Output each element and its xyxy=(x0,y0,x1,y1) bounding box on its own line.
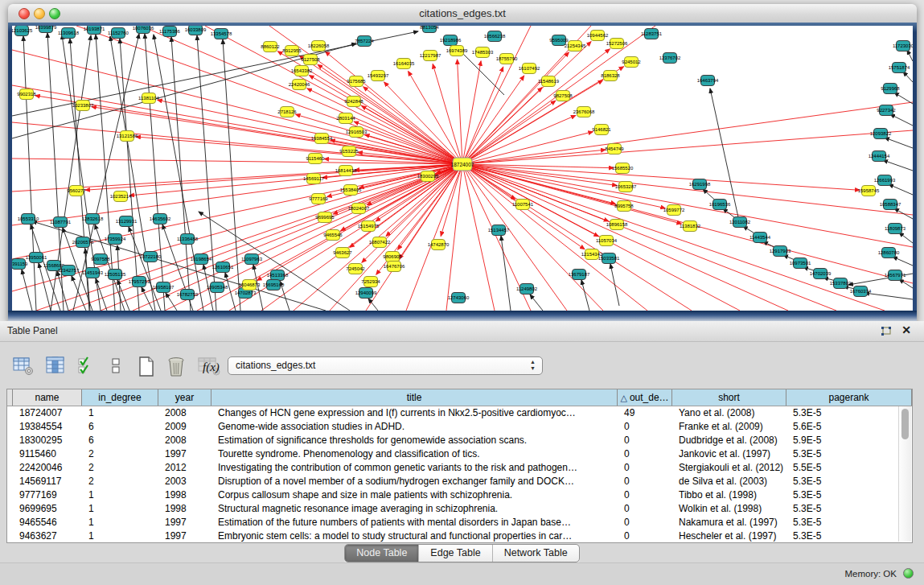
node-label: 11443544 xyxy=(749,235,771,240)
table-row[interactable]: 946362711997Embryonic stem cells: a mode… xyxy=(7,529,912,543)
node-label: 10588347 xyxy=(880,202,901,207)
table-panel: Table Panel ✕ xyxy=(0,321,924,585)
node-table: namein_degreeyeartitle△out_de…shortpager… xyxy=(6,389,913,543)
table-cell: 2008 xyxy=(158,406,211,420)
table-cell: 9777169 xyxy=(13,488,82,502)
select-columns-icon[interactable] xyxy=(77,356,100,379)
node-label: 9227342 xyxy=(877,108,896,113)
node-label: 15958745 xyxy=(858,188,880,193)
table-cell: 0 xyxy=(618,434,672,447)
row-gutter-cell xyxy=(7,475,13,488)
node-label: 19384554 xyxy=(311,136,333,141)
table-row[interactable]: 911546021997Tourette syndrome. Phenomeno… xyxy=(7,447,912,461)
table-cell: 9115460 xyxy=(13,447,82,461)
column-header-title[interactable]: title xyxy=(211,389,618,406)
table-selector-dropdown[interactable]: citations_edges.txt ▲▼ xyxy=(228,356,543,375)
table-row[interactable]: 1830029562008Estimation of significance … xyxy=(7,434,912,447)
node-label: 12743060 xyxy=(448,295,470,300)
table-cell: Corpus callosum shape and size in male p… xyxy=(211,488,618,502)
table-cell: Stergiakouli et al. (2012) xyxy=(672,461,786,475)
table-cell: 0 xyxy=(618,516,672,529)
node-label: 12832618 xyxy=(82,216,104,221)
node-label: 10807422 xyxy=(369,240,391,245)
node-label: 16760374 xyxy=(850,289,872,294)
table-row[interactable]: 969969511998Structural magnetic resonanc… xyxy=(7,502,912,516)
float-panel-icon[interactable] xyxy=(881,326,892,336)
column-header-pagerank[interactable]: pagerank xyxy=(786,389,912,406)
node-label: 18226058 xyxy=(308,43,330,48)
row-gutter xyxy=(7,389,13,406)
node-label: 13129931 xyxy=(116,219,138,224)
row-height-icon[interactable] xyxy=(108,356,130,379)
table-cell: 5.3E-5 xyxy=(786,447,912,461)
node-label: 9391159 xyxy=(12,262,28,266)
table-cell: Genome-wide association studies in ADHD. xyxy=(211,420,618,434)
column-header-name[interactable]: name xyxy=(13,389,82,406)
node-label: 7857224 xyxy=(355,39,374,43)
table-cell: Jankovic et al. (1997) xyxy=(672,447,786,461)
table-cell: Nakamura et al. (1997) xyxy=(672,516,786,529)
node-label: 15695160 xyxy=(263,282,285,287)
node-label: 9115460 xyxy=(306,156,326,161)
node-label: 15272506 xyxy=(606,41,628,46)
table-cell: 6 xyxy=(82,420,158,434)
table-row[interactable]: 1938455462009Genome-wide association stu… xyxy=(7,420,912,434)
node-label: 9777169 xyxy=(309,196,328,201)
dropdown-stepper-icon: ▲▼ xyxy=(530,359,536,372)
node-label: 11309618 xyxy=(58,31,80,35)
table-row[interactable]: 1456911722003Disruption of a novel membe… xyxy=(7,475,912,488)
column-header-out_de[interactable]: △out_de… xyxy=(618,389,672,406)
function-builder-icon[interactable]: f(x) xyxy=(203,356,225,383)
table-cell: 1998 xyxy=(158,488,211,502)
column-header-year[interactable]: year xyxy=(158,389,211,406)
node-label: 11097963 xyxy=(241,257,263,262)
show-columns-icon[interactable] xyxy=(45,356,68,379)
node-label: 11152760 xyxy=(108,31,129,35)
row-gutter-cell xyxy=(7,434,13,447)
close-panel-icon[interactable]: ✕ xyxy=(901,323,911,336)
node-label: 16033809 xyxy=(185,27,207,32)
network-canvas[interactable]: 1210362510399879113096181019387111152760… xyxy=(12,26,913,311)
table-row[interactable]: 946554611997Estimation of the future num… xyxy=(7,516,912,529)
node-label: 15134457 xyxy=(488,228,510,233)
table-cell: Dudbridge et al. (2008) xyxy=(672,434,786,447)
node-label: 16463794 xyxy=(697,78,719,83)
table-cell: 0 xyxy=(618,529,672,543)
node-label: 10944562 xyxy=(587,33,609,38)
node-label: 12093822 xyxy=(870,131,892,136)
table-panel-header: Table Panel ✕ xyxy=(0,321,924,342)
node-label: 16958107 xyxy=(153,285,175,290)
row-gutter-cell xyxy=(7,502,13,516)
table-cell: 5.3E-5 xyxy=(786,406,912,420)
table-scrollbar-thumb[interactable] xyxy=(901,409,909,439)
hub-node-label: 18724007 xyxy=(451,162,474,167)
delete-column-icon[interactable] xyxy=(166,356,188,379)
column-header-in_degree[interactable]: in_degree xyxy=(82,389,158,406)
node-label: 10076036 xyxy=(133,26,154,31)
create-column-icon[interactable] xyxy=(137,356,159,379)
table-row[interactable]: 1872400712008Changes of HCN gene express… xyxy=(7,406,912,420)
network-window[interactable]: citations_edges.txt 12103625103998791130… xyxy=(8,4,917,321)
table-options-icon[interactable] xyxy=(13,356,35,379)
table-cell: Disruption of a novel member of a sodium… xyxy=(211,475,618,488)
table-cell: Tourette syndrome. Phenomenology and cla… xyxy=(211,447,618,461)
citation-network-graph[interactable]: 1210362510399879113096181019387111152760… xyxy=(12,26,913,311)
node-label: 10196536 xyxy=(709,202,731,207)
column-header-short[interactable]: short xyxy=(672,389,786,406)
table-cell: 22420046 xyxy=(13,461,82,475)
row-gutter-cell xyxy=(7,529,13,543)
row-gutter-cell xyxy=(7,447,13,461)
tab-node-table[interactable]: Node Table xyxy=(345,545,419,562)
node-label: 7245042 xyxy=(346,266,365,271)
table-cell: Tibbo et al. (1998) xyxy=(672,488,786,502)
table-row[interactable]: 2242004622012Investigating the contribut… xyxy=(7,461,912,475)
tab-network-table[interactable]: Network Table xyxy=(493,545,579,562)
table-cell: 0 xyxy=(618,447,672,461)
tab-edge-table[interactable]: Edge Table xyxy=(419,545,492,562)
column-label: out_de… xyxy=(630,392,669,403)
table-row[interactable]: 977716911998Corpus callosum shape and si… xyxy=(7,488,912,502)
node-label: 13121586 xyxy=(117,134,138,138)
window-titlebar[interactable]: citations_edges.txt xyxy=(8,4,917,23)
panel-title: Table Panel xyxy=(7,325,58,336)
table-scrollbar[interactable] xyxy=(898,406,911,542)
